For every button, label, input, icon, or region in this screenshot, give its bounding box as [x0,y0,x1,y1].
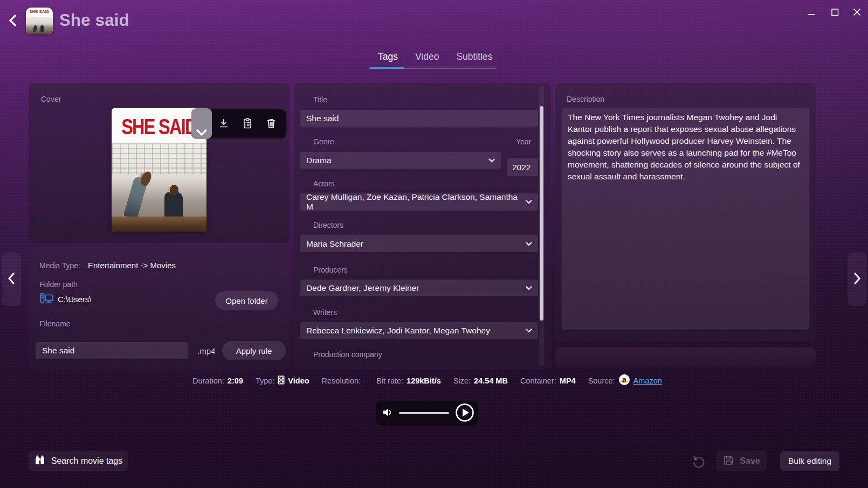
apply-rule-button[interactable]: Apply rule [222,341,286,360]
close-button[interactable] [848,4,866,22]
size-value: 24.54 MB [474,377,508,385]
copy-cover-button[interactable] [238,114,257,134]
trash-icon [266,117,277,131]
binoculars-icon [34,455,46,468]
cover-label: Cover [41,95,61,103]
filename-label: Filename [39,319,71,328]
back-button[interactable] [4,12,22,30]
directors-select[interactable]: Maria Schrader [300,235,538,252]
tab-video[interactable]: Video [407,51,447,70]
directors-value: Maria Schrader [306,239,363,249]
bitrate-value: 129kBit/s [407,377,441,385]
chevron-down-icon [525,239,533,249]
genre-select[interactable]: Drama [300,152,501,169]
bottom-panel [555,347,816,367]
duration-value: 2:09 [228,377,243,385]
chevron-right-icon [852,271,862,287]
filename-input[interactable] [36,342,188,359]
writers-select[interactable]: Rebecca Lenkiewicz, Jodi Kantor, Megan T… [300,322,538,339]
tag-fields-card: Title Genre Drama Year Actors Carey Mull… [294,83,551,370]
chevron-left-icon [6,22,20,30]
save-button[interactable]: Save [716,451,767,471]
volume-button[interactable] [382,407,394,419]
size-label: Size: [453,377,471,385]
actors-value: Carey Mulligan, Zoe Kazan, Patricia Clar… [306,192,525,212]
tabs-underline [404,68,497,69]
genre-label: Genre [313,137,334,146]
undo-button[interactable] [690,454,706,470]
genre-value: Drama [306,156,332,165]
scrollbar-thumb[interactable] [540,106,543,320]
year-input[interactable] [507,158,538,176]
audio-player [376,401,478,426]
poster-photo [112,143,206,232]
clipboard-icon [242,117,253,131]
chevron-down-icon [525,197,533,207]
next-item-button[interactable] [848,252,867,306]
chevron-down-icon [525,283,533,293]
media-type-label: Media Type: [39,261,80,270]
type-label: Type: [256,377,274,385]
folder-path-label: Folder path [39,280,78,289]
fields-scrollbar[interactable] [539,86,544,366]
title-input[interactable] [300,110,538,127]
search-movie-tags-label: Search movie tags [51,456,123,466]
cover-card: Cover SHE SAID [29,83,290,243]
resolution-stat: Resolution: [322,377,364,385]
previous-item-button[interactable] [2,252,21,306]
folder-path-value: C:\Users\ [58,295,92,304]
chevron-down-icon [488,156,495,165]
source-label: Source: [588,377,615,385]
save-icon [723,455,734,468]
type-stat: Type: Video [256,375,309,386]
actors-select[interactable]: Carey Mulligan, Zoe Kazan, Patricia Clar… [300,193,538,211]
writers-label: Writers [313,308,337,317]
bulk-editing-button[interactable]: Bulk editing [780,451,839,471]
chevron-left-icon [6,271,16,287]
play-button[interactable] [454,402,475,424]
container-stat: Container: MP4 [520,377,576,385]
description-textarea[interactable]: The New York Times journalists Megan Two… [562,108,809,330]
file-extension: .mp4 [197,346,215,355]
description-label: Description [567,95,604,103]
production-company-label: Production company [313,350,382,359]
movie-thumbnail: SHE SAID [26,8,53,34]
media-type-value: Entertainment -> Movies [88,261,176,270]
open-folder-button[interactable]: Open folder [215,291,278,310]
container-label: Container: [520,377,556,385]
media-card: Media Type: Entertainment -> Movies Fold… [29,248,290,370]
close-icon [853,8,861,18]
thumbnail-title: SHE SAID [26,8,53,14]
year-label: Year [516,137,531,146]
volume-slider[interactable] [399,412,449,414]
duration-label: Duration: [192,377,224,385]
tab-subtitles[interactable]: Subtitles [447,51,501,70]
producers-value: Dede Gardner, Jeremy Kleiner [306,283,419,293]
maximize-button[interactable] [826,4,844,22]
actors-label: Actors [313,179,335,188]
duration-stat: Duration: 2:09 [192,377,243,385]
poster-title-text: SHE SAID [118,110,201,144]
type-value: Video [288,377,309,385]
minimize-button[interactable] [802,4,821,22]
chevron-down-icon [525,326,533,336]
undo-icon [691,462,706,470]
search-movie-tags-button[interactable]: Search movie tags [29,451,128,471]
delete-cover-button[interactable] [262,114,280,134]
cover-expand-button[interactable] [191,108,212,139]
writers-value: Rebecca Lenkiewicz, Jodi Kantor, Megan T… [306,326,490,336]
download-cover-button[interactable] [215,114,233,134]
bitrate-label: Bit rate: [376,377,403,385]
source-stat: Source: a Amazon [588,374,662,387]
resolution-label: Resolution: [322,377,361,385]
container-value: MP4 [560,377,576,385]
amazon-link[interactable]: Amazon [633,377,662,385]
active-tab-underline [369,67,404,69]
computer-icon [40,292,54,306]
amazon-icon: a [618,374,630,387]
producers-label: Producers [313,266,348,274]
bulk-editing-label: Bulk editing [788,456,831,466]
producers-select[interactable]: Dede Gardner, Jeremy Kleiner [300,280,538,296]
thumbnail-photo [26,17,53,34]
size-stat: Size: 24.54 MB [453,377,508,385]
